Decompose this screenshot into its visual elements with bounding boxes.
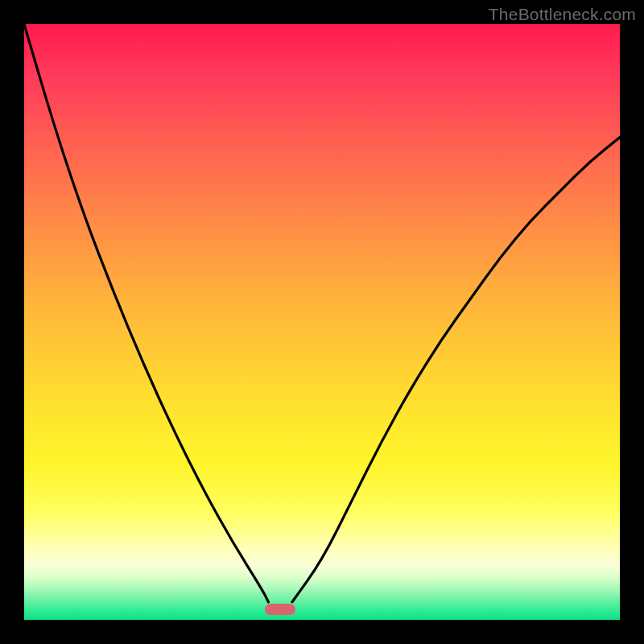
curve-left-branch	[24, 24, 268, 602]
bottleneck-marker	[265, 604, 295, 615]
curve-right-branch	[292, 138, 620, 602]
plot-area	[24, 24, 620, 620]
watermark-text: TheBottleneck.com	[489, 5, 636, 24]
curve-layer	[24, 24, 620, 620]
chart-frame: TheBottleneck.com	[0, 0, 644, 644]
